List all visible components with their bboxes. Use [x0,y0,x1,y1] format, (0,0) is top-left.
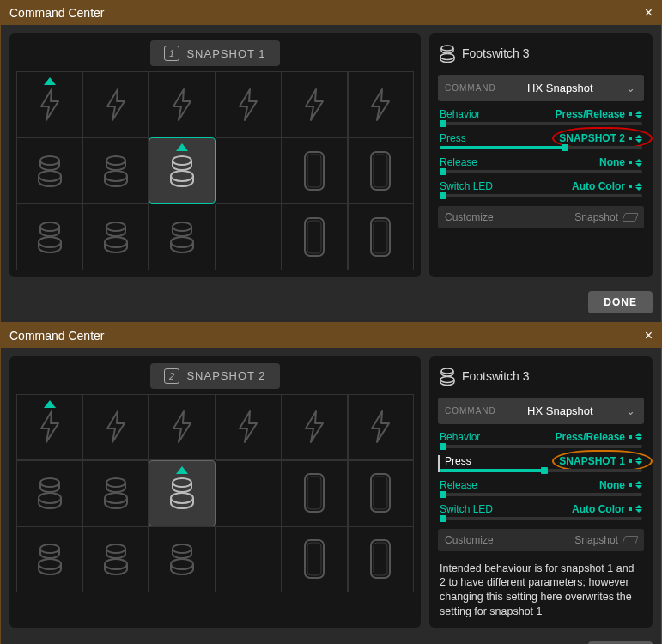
instant-cmd-2[interactable] [82,71,149,137]
exp-pedal-2[interactable] [348,460,414,526]
command-center-window: Command Center × 2 SNAPSHOT 2 [0,323,662,644]
instant-cmd-4[interactable] [216,71,282,137]
exp-pedal-3[interactable] [282,526,348,592]
param-press[interactable]: Press SNAPSHOT 1 [438,455,644,472]
spinner-icon[interactable] [635,135,642,143]
footswitch-8[interactable] [82,204,149,270]
command-select[interactable]: COMMAND HX Snapshot ⌄ [438,398,644,424]
param-switch-led[interactable]: Switch LED Auto Color [438,180,644,197]
param-label: Press [440,132,466,144]
footswitch-1[interactable] [16,137,82,204]
snapshot-label: SNAPSHOT 2 [186,369,265,382]
spinner-icon[interactable] [635,183,642,191]
param-value: SNAPSHOT 2 [559,132,625,144]
param-label: Behavior [440,431,480,443]
instant-cmd-3[interactable] [149,71,215,137]
eraser-icon[interactable] [622,213,639,222]
param-value: Auto Color [572,503,625,515]
command-label: COMMAND [438,76,503,100]
slider[interactable] [440,517,642,520]
slider[interactable] [440,493,642,496]
param-label: Press [445,455,471,467]
instant-cmd-5[interactable] [282,394,348,460]
command-select[interactable]: COMMAND HX Snapshot ⌄ [438,75,644,101]
param-value: None [599,156,625,168]
chevron-down-icon: ⌄ [617,404,644,417]
exp-pedal-4[interactable] [348,204,414,270]
snapshot-selector[interactable]: 2 SNAPSHOT 2 [150,363,279,389]
slider[interactable] [440,469,642,472]
footswitch-7[interactable] [16,204,82,270]
spinner-icon[interactable] [635,457,642,465]
window-title: Command Center [9,329,105,343]
footswitch-9[interactable] [149,526,215,592]
exp-pedal-4[interactable] [348,526,414,592]
spinner-icon[interactable] [635,481,642,489]
command-value: HX Snapshot [503,75,617,101]
param-value: Auto Color [572,180,625,192]
param-release[interactable]: Release None [438,479,644,496]
instant-cmd-1[interactable] [16,71,82,137]
slider[interactable] [440,122,642,125]
titlebar: Command Center × [1,1,661,25]
instant-cmd-3[interactable] [149,394,215,460]
slider[interactable] [440,170,642,173]
slider[interactable] [440,445,642,448]
exp-pedal-1[interactable] [282,137,348,204]
exp-pedal-3[interactable] [282,204,348,270]
param-behavior[interactable]: Behavior Press/Release [438,108,644,125]
param-label: Switch LED [440,503,493,515]
parameter-panel: Footswitch 3 COMMAND HX Snapshot ⌄ Behav… [429,356,653,629]
customize-row[interactable]: Customize Snapshot [438,206,644,228]
footswitch-2[interactable] [82,137,149,204]
slider[interactable] [440,194,642,197]
footswitch-4[interactable] [216,137,282,204]
customize-row[interactable]: Customize Snapshot [438,529,644,551]
close-icon[interactable]: × [645,6,653,20]
command-label: COMMAND [438,399,503,422]
customize-label: Customize [445,211,494,223]
param-label: Behavior [440,108,480,120]
param-release[interactable]: Release None [438,156,644,173]
spinner-icon[interactable] [635,159,642,167]
controller-grid-panel: 2 SNAPSHOT 2 [9,356,421,629]
panel-title: Footswitch 3 [438,365,644,391]
instant-cmd-6[interactable] [348,71,414,137]
footswitch-1[interactable] [16,460,82,526]
chevron-down-icon: ⌄ [617,82,644,94]
close-icon[interactable]: × [645,329,653,343]
footswitch-7[interactable] [16,526,82,592]
done-button[interactable]: DONE [588,291,653,313]
param-behavior[interactable]: Behavior Press/Release [438,431,644,448]
instant-cmd-5[interactable] [282,71,348,137]
snapshot-number-icon: 2 [164,368,179,384]
footswitch-3[interactable] [149,460,215,526]
exp-pedal-1[interactable] [282,460,348,526]
slider[interactable] [440,146,642,149]
titlebar: Command Center × [1,324,661,348]
spinner-icon[interactable] [635,433,642,440]
instant-cmd-4[interactable] [216,394,282,460]
parameter-panel: Footswitch 3 COMMAND HX Snapshot ⌄ Behav… [429,33,653,277]
footswitch-4[interactable] [216,460,282,526]
spinner-icon[interactable] [635,505,642,513]
snapshot-label: SNAPSHOT 1 [186,47,265,60]
footswitch-8[interactable] [82,526,149,592]
param-value: Press/Release [556,108,625,120]
footswitch-10[interactable] [216,526,282,592]
instant-cmd-2[interactable] [82,394,149,460]
eraser-icon[interactable] [622,536,639,544]
instant-cmd-6[interactable] [348,394,414,460]
footswitch-3[interactable] [149,137,215,204]
instant-cmd-1[interactable] [16,394,82,460]
param-value: None [599,479,625,491]
exp-pedal-2[interactable] [348,137,414,204]
param-press[interactable]: Press SNAPSHOT 2 [438,132,644,149]
param-switch-led[interactable]: Switch LED Auto Color [438,503,644,520]
footswitch-10[interactable] [216,204,282,270]
spinner-icon[interactable] [635,111,642,118]
footswitch-9[interactable] [149,204,215,270]
footswitch-icon [440,367,455,386]
snapshot-selector[interactable]: 1 SNAPSHOT 1 [150,40,279,66]
footswitch-2[interactable] [82,460,149,526]
